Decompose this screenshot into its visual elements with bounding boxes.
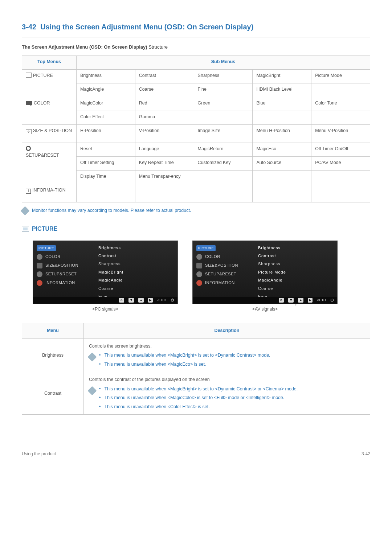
note-icon [20, 206, 29, 215]
cell: Brightness [77, 70, 135, 83]
osd-nav-setup: SETUP&RESET [196, 271, 251, 277]
cell: Green [194, 97, 253, 111]
cell: Color Tone [311, 97, 370, 111]
cell: Language [135, 143, 194, 157]
cell [311, 83, 370, 97]
osd-av: PICTURE COLOR SIZE&POSITION SETUP&RESET … [192, 241, 338, 304]
note-icon [87, 386, 97, 395]
sizepos-nav-icon [37, 263, 42, 268]
note-item: This menu is unavailable when <MagicEco>… [99, 361, 270, 368]
topmenu-color: COLOR [22, 97, 77, 125]
osd-nav-picture: PICTURE [37, 245, 91, 251]
gear-nav-icon [37, 271, 42, 277]
osd-opt: Contrast [98, 253, 174, 259]
down-icon: ▼ [288, 298, 294, 303]
cell: Fine [194, 83, 253, 97]
osd-opt: Picture Mode [258, 270, 334, 275]
cell [135, 184, 194, 202]
osd-options-pc: Brightness Contrast Sharpness MagicBrigh… [95, 241, 177, 304]
auto-label: AUTO [157, 298, 166, 303]
power-icon: ⏻ [171, 298, 174, 303]
cell [194, 171, 253, 184]
cell: MagicAngle [77, 83, 135, 97]
cell: Gamma [135, 111, 194, 125]
note-item: This menu is unavailable when <MagicColo… [99, 395, 298, 401]
color-icon [26, 101, 32, 105]
cell: Menu H-Position [253, 125, 311, 143]
osd-opt: Coarse [98, 286, 174, 291]
osd-bottom-bar: ✕ ▼ ▲ ▶ AUTO ⏻ [33, 297, 177, 304]
desc-brightness-cell: Controls the screen brightness. This men… [84, 338, 370, 372]
models-note: Monitor functions may vary according to … [22, 208, 370, 214]
divider [22, 37, 370, 37]
cell: Menu V-Position [311, 125, 370, 143]
picture-section-icon [22, 226, 29, 232]
topmenu-setup: SETUP&RESET [22, 143, 77, 184]
osd-nav-sizepos: SIZE&POSITION [196, 263, 251, 268]
th-top-menus: Top Menus [22, 56, 77, 70]
section-picture-head: PICTURE [22, 225, 370, 233]
desc-brightness-line: Controls the screen brightness. [89, 343, 365, 350]
subtitle-bold: The Screen Adjustment Menu (OSD: On Scre… [22, 44, 147, 50]
cell: Sharpness [194, 70, 253, 83]
desc-brightness-name: Brightness [22, 338, 84, 372]
page-footer: Using the product 3-42 [22, 451, 370, 457]
cell: Red [135, 97, 194, 111]
cell [253, 184, 311, 202]
section-picture-label: PICTURE [32, 225, 57, 233]
osd-options-av: Brightness Contrast Sharpness Picture Mo… [254, 241, 337, 304]
desc-contrast-notes: This menu is unavailable when <MagicBrig… [89, 386, 365, 410]
osd-opt: Sharpness [98, 261, 174, 267]
menu-structure-table: Top Menus Sub Menus PICTURE Brightness C… [22, 56, 370, 202]
cell [311, 111, 370, 125]
osd-bottom-bar: ✕ ▼ ▲ ▶ AUTO ⏻ [193, 297, 337, 304]
osd-nav-sizepos: SIZE&POSITION [37, 263, 91, 268]
title-text: Using the Screen Adjustment Menu (OSD: O… [40, 23, 253, 31]
osd-nav-info: INFORMATION [37, 280, 91, 286]
desc-brightness-notes: This menu is unavailable when <MagicBrig… [89, 352, 365, 368]
cell: Blue [253, 97, 311, 111]
note-item: This menu is unavailable when <MagicBrig… [99, 386, 298, 393]
cell: Picture Mode [311, 70, 370, 83]
up-icon: ▲ [298, 298, 303, 303]
cell: Off Timer On/Off [311, 143, 370, 157]
down-icon: ▼ [128, 298, 134, 303]
osd-pc-col: PICTURE COLOR SIZE&POSITION SETUP&RESET … [33, 241, 178, 312]
desc-contrast-line: Controls the contrast of the pictures di… [89, 377, 365, 383]
topmenu-sizepos: ⊹SIZE & POSI-TION [22, 125, 77, 143]
cell: Off Timer Setting [77, 157, 135, 171]
up-icon: ▲ [138, 298, 144, 303]
osd-pc-caption: <PC signals> [92, 306, 118, 312]
cell: Color Effect [77, 111, 135, 125]
osd-nav: PICTURE COLOR SIZE&POSITION SETUP&RESET … [33, 241, 95, 304]
cell: MagicColor [77, 97, 135, 111]
cell [194, 184, 253, 202]
cell: MagicReturn [194, 143, 253, 157]
osd-nav-picture: PICTURE [196, 245, 251, 251]
sizepos-nav-icon [196, 263, 202, 268]
cell [311, 171, 370, 184]
footer-left: Using the product [22, 451, 56, 457]
osd-av-col: PICTURE COLOR SIZE&POSITION SETUP&RESET … [192, 241, 338, 312]
osd-illustrations: PICTURE COLOR SIZE&POSITION SETUP&RESET … [22, 241, 370, 312]
osd-opt: Coarse [258, 286, 334, 291]
power-icon: ⏻ [330, 298, 334, 303]
osd-nav-color: COLOR [37, 254, 91, 260]
right-icon: ▶ [308, 298, 313, 303]
subtitle-tail: Structure [147, 44, 168, 50]
cell: V-Position [135, 125, 194, 143]
auto-label: AUTO [317, 298, 326, 303]
cell: Reset [77, 143, 135, 157]
cell: Coarse [135, 83, 194, 97]
cell: PC/AV Mode [311, 157, 370, 171]
osd-nav-info: INFORMATION [196, 280, 251, 286]
close-icon: ✕ [279, 298, 284, 303]
cell [253, 171, 311, 184]
structure-subtitle: The Screen Adjustment Menu (OSD: On Scre… [22, 44, 370, 50]
osd-opt: Sharpness [258, 261, 334, 267]
cell: MagicEco [253, 143, 311, 157]
close-icon: ✕ [119, 298, 124, 303]
note-item: This menu is unavailable when <Color Eff… [99, 404, 298, 410]
osd-opt: Brightness [98, 245, 174, 251]
cell [194, 111, 253, 125]
